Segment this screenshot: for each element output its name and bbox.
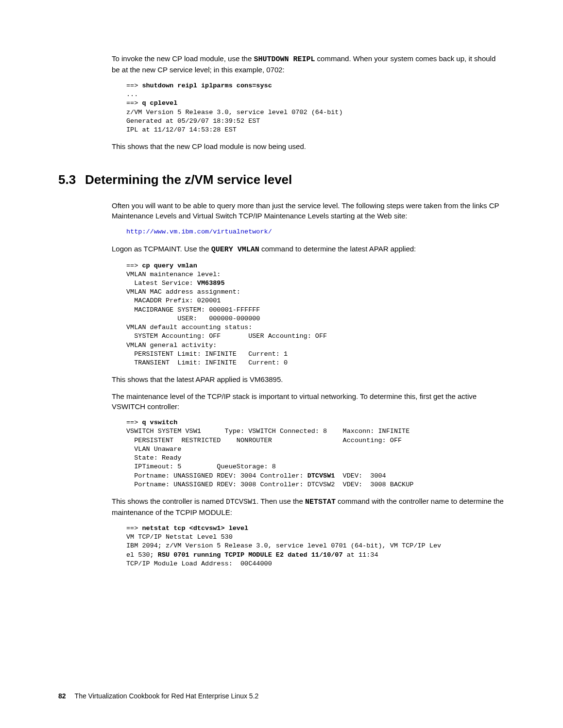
output: Portname: UNASSIGNED RDEV: 3008 Controll…	[126, 481, 413, 488]
code-q-vswitch: ==> q vswitch VSWITCH SYSTEM VSW1 Type: …	[126, 418, 505, 489]
prompt: ==>	[126, 262, 142, 269]
output: Generated at 05/29/07 18:39:52 EST	[126, 117, 260, 125]
output: MACIDRANGE SYSTEM: 000001-FFFFFF	[126, 306, 260, 314]
output: z/VM Version 5 Release 3.0, service leve…	[126, 109, 343, 116]
document-page: To invoke the new CP load module, use th…	[0, 0, 563, 728]
output: IPL at 11/12/07 14:53:28 EST	[126, 126, 237, 133]
prompt: ==>	[126, 82, 142, 89]
code-shutdown-reipl: ==> shutdown reipl iplparms cons=sysc ..…	[126, 82, 505, 134]
paragraph-intro: To invoke the new CP load module, use th…	[112, 53, 505, 75]
output: State: Ready	[126, 454, 181, 462]
section-heading-5-3: 5.3Determining the z/VM service level	[58, 171, 505, 188]
paragraph: This shows that the latest APAR applied …	[112, 374, 505, 384]
section-title: Determining the z/VM service level	[85, 172, 292, 187]
output: VMLAN MAC address assignment:	[126, 288, 240, 296]
output: Portname: UNASSIGNED RDEV: 3004 Controll…	[126, 472, 307, 480]
section-number: 5.3	[58, 171, 85, 188]
command-inline: NETSTAT	[305, 498, 336, 506]
link-vm-ibm[interactable]: http://www.vm.ibm.com/virtualnetwork/	[126, 228, 505, 237]
output-bold: DTCVSW1	[307, 472, 335, 480]
output: PERSISTENT RESTRICTED NONROUTER Accounti…	[126, 437, 402, 444]
command: netstat tcp <dtcvsw1> level	[142, 525, 248, 532]
output: VDEV: 3004	[335, 472, 386, 480]
controller-name: DTCVSW1	[226, 498, 256, 506]
output: IBM 2094; z/VM Version 5 Release 3.0, se…	[126, 542, 441, 549]
output: el 530;	[126, 551, 158, 559]
output: VSWITCH SYSTEM VSW1 Type: VSWITCH Connec…	[126, 428, 409, 435]
output: Latest Service:	[126, 280, 197, 287]
output: ...	[126, 91, 138, 98]
paragraph: Often you will want to be able to query …	[112, 200, 505, 221]
page-footer: 82The Virtualization Cookbook for Red Ha…	[58, 692, 258, 701]
paragraph: Logon as TCPMAINT. Use the QUERY VMLAN c…	[112, 244, 505, 255]
text: Logon as TCPMAINT. Use the	[112, 245, 211, 253]
text: To invoke the new CP load module, use th…	[112, 54, 254, 63]
output: VM TCP/IP Netstat Level 530	[126, 533, 233, 541]
text: This shows the controller is named	[112, 497, 226, 505]
output: VMLAN general activity:	[126, 342, 217, 349]
output: VMLAN maintenance level:	[126, 271, 221, 278]
output: VMLAN default accounting status:	[126, 324, 252, 331]
output: at 11:34	[343, 551, 378, 559]
text: command to determine the latest APAR app…	[259, 245, 416, 253]
output: MACADDR Prefix: 020001	[126, 297, 221, 304]
output-bold: RSU 0701 running TCPIP MODULE E2 dated 1…	[158, 551, 343, 559]
command: q vswitch	[142, 419, 177, 426]
command: cp query vmlan	[142, 262, 197, 269]
output: VLAN Unaware	[126, 446, 181, 453]
text: . Then use the	[256, 497, 305, 505]
prompt: ==>	[126, 525, 142, 532]
paragraph: This shows the controller is named DTCVS…	[112, 496, 505, 517]
prompt: ==>	[126, 419, 142, 426]
output: SYSTEM Accounting: OFF USER Accounting: …	[126, 332, 327, 340]
command: shutdown reipl iplparms cons=sysc	[142, 82, 272, 89]
paragraph: The maintenance level of the TCP/IP stac…	[112, 391, 505, 412]
output: USER: 000000-000000	[126, 315, 260, 322]
page-number: 82	[58, 692, 66, 700]
command-inline: QUERY VMLAN	[211, 246, 259, 254]
output-bold: VM63895	[197, 280, 225, 287]
code-query-vmlan: ==> cp query vmlan VMLAN maintenance lev…	[126, 262, 505, 368]
output: IPTimeout: 5 QueueStorage: 8	[126, 463, 276, 470]
code-netstat: ==> netstat tcp <dtcvsw1> level VM TCP/I…	[126, 524, 505, 568]
prompt: ==>	[126, 99, 142, 107]
output: TCP/IP Module Load Address: 00C44000	[126, 560, 272, 567]
footer-title: The Virtualization Cookbook for Red Hat …	[75, 692, 259, 700]
paragraph: This shows that the new CP load module i…	[112, 141, 505, 151]
command-inline: SHUTDOWN REIPL	[254, 55, 315, 64]
command: q cplevel	[142, 99, 177, 107]
output: TRANSIENT Limit: INFINITE Current: 0	[126, 359, 288, 366]
output: PERSISTENT Limit: INFINITE Current: 1	[126, 350, 288, 358]
